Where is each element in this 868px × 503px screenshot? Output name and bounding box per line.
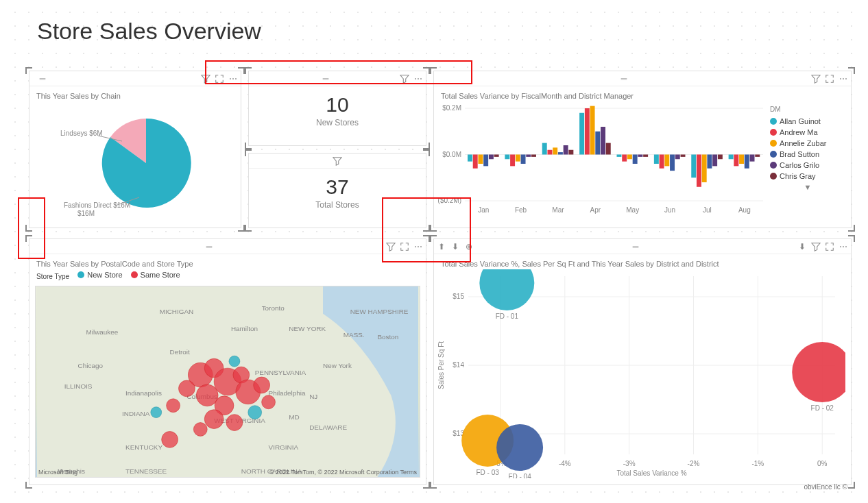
filter-icon[interactable]	[201, 74, 210, 84]
svg-rect-38	[606, 143, 611, 155]
svg-text:Jan: Jan	[478, 206, 489, 214]
svg-rect-57	[707, 155, 712, 169]
svg-text:TENNESSEE: TENNESSEE	[125, 467, 167, 475]
svg-point-98	[196, 384, 218, 406]
map-visual[interactable]: ═ ⋯ This Year Sales by PostalCode and St…	[29, 238, 426, 485]
drag-grip-icon[interactable]: ═	[199, 243, 219, 250]
pie-title: This Year Sales by Chain	[29, 86, 241, 101]
filter-icon[interactable]	[386, 242, 396, 251]
focus-mode-icon[interactable]	[400, 242, 409, 251]
svg-text:KENTUCKY: KENTUCKY	[125, 443, 162, 451]
svg-text:Philadelphia: Philadelphia	[269, 389, 306, 397]
more-options-icon[interactable]: ⋯	[413, 242, 423, 251]
map-legend: Store Type New Store Same Store	[29, 269, 426, 283]
variance-title: Total Sales Variance by FiscalMonth and …	[434, 86, 851, 101]
svg-rect-29	[558, 152, 563, 154]
card-value: 37	[249, 175, 426, 199]
svg-text:NEW HAMPSHIRE: NEW HAMPSHIRE	[350, 308, 409, 315]
svg-text:FD - 02: FD - 02	[811, 404, 834, 412]
pie-visual[interactable]: ═ ⋯ This Year Sales by Chain Lindseys $6…	[29, 71, 241, 228]
map-body[interactable]: MICHIGANToronto MilwaukeeHamilton NEW YO…	[35, 286, 420, 478]
svg-text:Feb: Feb	[515, 206, 527, 214]
focus-mode-icon[interactable]	[215, 74, 224, 84]
report-canvas[interactable]: Store Sales Overview ═ ⋯ This Year Sales…	[8, 5, 860, 495]
svg-text:ILLINOIS: ILLINOIS	[64, 382, 93, 390]
card-total-stores[interactable]: 37 Total Stores	[248, 153, 426, 228]
svg-point-110	[248, 406, 262, 419]
svg-rect-59	[718, 155, 723, 160]
more-options-icon[interactable]: ⋯	[413, 74, 423, 84]
svg-point-105	[226, 415, 243, 431]
svg-point-111	[229, 356, 240, 367]
more-options-icon[interactable]: ⋯	[839, 74, 848, 84]
focus-mode-icon[interactable]	[825, 74, 834, 84]
visual-header: ═ ⋯	[29, 239, 426, 254]
scatter-chart: $15$14$13-5%-4%-3%-2%-1%0%Total Sales Va…	[434, 269, 845, 478]
svg-text:VIRGINIA: VIRGINIA	[269, 443, 299, 451]
focus-mode-icon[interactable]	[825, 242, 834, 251]
pie-chart: Lindseys $6M Fashions Direct $16M $16M	[29, 101, 235, 225]
svg-rect-15	[483, 155, 488, 167]
drag-grip-icon[interactable]: ═	[614, 75, 634, 82]
svg-text:-4%: -4%	[559, 460, 571, 467]
svg-rect-51	[675, 155, 680, 160]
svg-point-109	[151, 407, 162, 418]
svg-text:Lindseys $6M: Lindseys $6M	[60, 130, 103, 137]
filter-icon[interactable]	[400, 74, 409, 84]
scatter-title: Total Sales Variance %, Sales Per Sq Ft …	[434, 254, 851, 269]
svg-text:FD - 04: FD - 04	[508, 473, 531, 478]
svg-text:Aug: Aug	[738, 206, 751, 214]
svg-rect-17	[494, 155, 499, 157]
svg-text:FD - 03: FD - 03	[476, 469, 499, 476]
more-options-icon[interactable]: ⋯	[228, 74, 238, 84]
svg-rect-23	[526, 155, 531, 157]
card-value: 10	[249, 93, 426, 116]
svg-text:INDIANA: INDIANA	[122, 410, 150, 417]
filter-icon[interactable]	[333, 156, 342, 166]
svg-rect-24	[531, 155, 536, 157]
variance-bar-visual[interactable]: ═ ⋯ Total Sales Variance by FiscalMonth …	[433, 71, 852, 228]
map-attribution-right[interactable]: © 2022 TomTom, © 2022 Microsoft Corporat…	[269, 469, 417, 476]
drill-toggle-icon[interactable]: ⬇	[797, 242, 807, 251]
svg-text:May: May	[626, 206, 639, 214]
drag-grip-icon[interactable]: ═	[32, 75, 53, 82]
svg-point-132	[479, 269, 534, 310]
expand-hierarchy-icon[interactable]: ⊕	[464, 242, 474, 251]
svg-rect-28	[553, 147, 557, 154]
scatter-visual[interactable]: ⬆ ⬇ ⊕ ═ ⬇ ⋯ Total Sales Variance %, Sale…	[433, 238, 852, 485]
visual-header: ═ ⋯	[434, 71, 851, 86]
svg-rect-47	[654, 155, 659, 164]
svg-text:-3%: -3%	[623, 460, 636, 467]
svg-rect-54	[691, 155, 696, 178]
card-new-stores[interactable]: ═ ⋯ 10 New Stores	[248, 71, 426, 146]
filter-icon[interactable]	[811, 242, 821, 251]
svg-text:$0.2M: $0.2M	[442, 104, 461, 112]
svg-rect-22	[521, 155, 526, 164]
svg-point-108	[262, 395, 276, 409]
svg-point-134	[792, 342, 845, 402]
drill-up-icon[interactable]: ⬆	[437, 242, 446, 251]
svg-rect-43	[633, 155, 638, 164]
svg-rect-56	[702, 155, 707, 183]
svg-rect-19	[505, 155, 509, 160]
svg-rect-52	[681, 155, 686, 157]
filter-icon[interactable]	[811, 74, 821, 84]
more-options-icon[interactable]: ⋯	[839, 242, 848, 251]
svg-text:$15: $15	[453, 293, 464, 300]
drill-down-icon[interactable]: ⬇	[450, 242, 460, 251]
svg-rect-34	[585, 108, 590, 155]
svg-text:Toronto: Toronto	[262, 304, 285, 312]
svg-rect-58	[712, 155, 717, 167]
map-title: This Year Sales by PostalCode and Store …	[29, 254, 426, 269]
drag-grip-icon[interactable]: ═	[625, 243, 646, 250]
svg-rect-62	[734, 155, 738, 167]
visual-header: ⬆ ⬇ ⊕ ═ ⬇ ⋯	[434, 239, 851, 254]
variance-bar-chart: $0.2M$0.0M($0.2M)JanFebMarAprMayJunJulAu…	[434, 101, 770, 218]
svg-text:Apr: Apr	[590, 206, 601, 214]
svg-text:FD - 01: FD - 01	[496, 312, 519, 320]
drag-grip-icon[interactable]: ═	[315, 75, 336, 82]
svg-text:PENNSYLVANIA: PENNSYLVANIA	[255, 369, 306, 376]
page-title: Store Sales Overview	[37, 18, 261, 45]
svg-text:MD: MD	[289, 413, 299, 421]
svg-rect-20	[510, 155, 515, 167]
